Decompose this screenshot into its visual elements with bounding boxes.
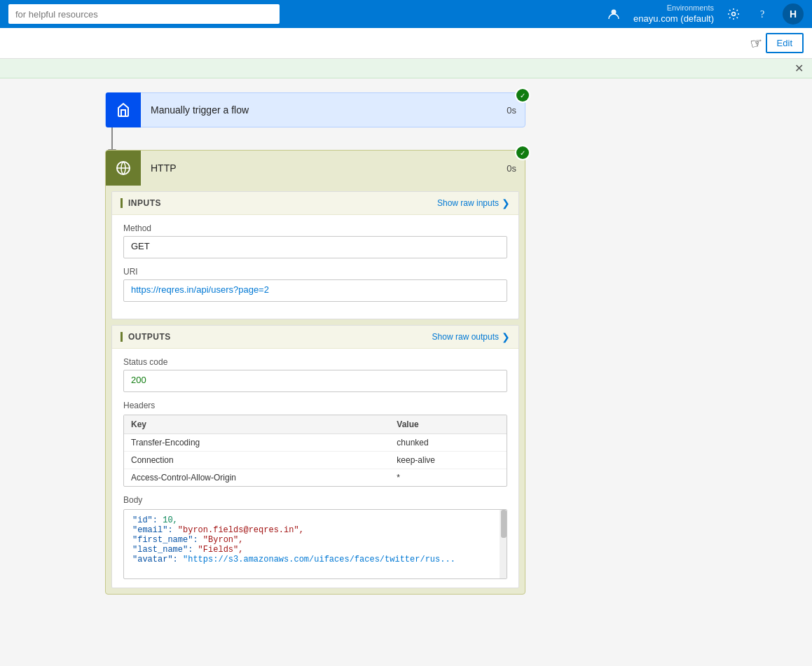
headers-table: Key Value Transfer-EncodingchunkedConnec… [124, 415, 507, 486]
search-input[interactable] [8, 4, 280, 24]
avatar: H [783, 4, 804, 25]
show-raw-inputs-link[interactable]: Show raw inputs ❯ [437, 197, 510, 209]
inputs-panel: INPUTS Show raw inputs ❯ Method GET URI … [111, 191, 519, 319]
trigger-node[interactable]: Manually trigger a flow 0s ✓ [105, 92, 525, 127]
outputs-title: OUTPUTS [121, 332, 171, 342]
inputs-body: Method GET URI https://reqres.in/api/use… [112, 215, 518, 319]
svg-point-1 [732, 13, 736, 16]
table-row: Connectionkeep-alive [124, 452, 507, 469]
edit-bar: ☞ Edit [0, 28, 812, 59]
uri-label: URI [123, 267, 507, 277]
http-success-badge: ✓ [515, 145, 530, 160]
flow-container: Manually trigger a flow 0s ✓ [98, 92, 532, 595]
trigger-check-icon: ✓ [516, 89, 529, 102]
headers-table-wrap[interactable]: Key Value Transfer-EncodingchunkedConnec… [123, 415, 507, 487]
canvas: Manually trigger a flow 0s ✓ [0, 78, 812, 666]
table-row: Transfer-Encodingchunked [124, 434, 507, 452]
http-icon [106, 151, 141, 186]
http-time: 0s [498, 163, 525, 174]
status-bar: ✕ [0, 59, 812, 78]
http-node[interactable]: HTTP 0s ✓ INPUTS Show raw inputs ❯ Metho… [105, 150, 525, 595]
close-icon[interactable]: ✕ [794, 62, 804, 75]
header-key: Transfer-Encoding [124, 434, 390, 452]
trigger-label: Manually trigger a flow [141, 104, 498, 116]
http-check-icon: ✓ [516, 146, 529, 159]
body-label: Body [123, 495, 507, 505]
show-raw-outputs-label: Show raw outputs [432, 332, 499, 342]
http-label: HTTP [141, 162, 498, 174]
env-name: enayu.com (default) [633, 13, 714, 25]
headers-label: Headers [123, 401, 507, 410]
outputs-body: Status code 200 Headers Key Value [112, 349, 518, 588]
environment-info: Environments enayu.com (default) [633, 3, 714, 25]
environments-label: Environments [633, 3, 714, 13]
header-value: * [390, 469, 507, 487]
http-header: HTTP 0s ✓ [106, 151, 525, 186]
table-row: Access-Control-Allow-Origin* [124, 469, 507, 487]
header-value: chunked [390, 434, 507, 452]
header-key: Access-Control-Allow-Origin [124, 469, 390, 487]
svg-text:?: ? [760, 9, 764, 20]
trigger-time: 0s [498, 105, 525, 116]
header-value: keep-alive [390, 452, 507, 469]
status-code-value: 200 [123, 370, 507, 392]
user-settings-icon[interactable] [604, 4, 624, 24]
chevron-right-icon: ❯ [502, 197, 510, 209]
cursor-icon: ☞ [749, 34, 764, 53]
header-key: Connection [124, 452, 390, 469]
body-content[interactable]: "id": 10, "email": "byron.fields@reqres.… [123, 509, 507, 579]
inputs-panel-header: INPUTS Show raw inputs ❯ [112, 192, 518, 215]
method-label: Method [123, 223, 507, 233]
headers-col-value: Value [390, 415, 507, 434]
scrollbar-thumb[interactable] [501, 510, 507, 538]
inputs-title: INPUTS [121, 198, 161, 208]
show-raw-outputs-link[interactable]: Show raw outputs ❯ [432, 331, 510, 342]
chevron-right-outputs-icon: ❯ [502, 331, 510, 342]
outputs-panel: OUTPUTS Show raw outputs ❯ Status code 2… [111, 325, 519, 588]
top-bar-right: Environments enayu.com (default) ? H [604, 3, 804, 25]
help-icon[interactable]: ? [753, 4, 773, 24]
show-raw-inputs-label: Show raw inputs [437, 198, 499, 208]
status-code-label: Status code [123, 357, 507, 367]
trigger-success-badge: ✓ [515, 88, 530, 103]
headers-col-key: Key [124, 415, 390, 434]
settings-icon[interactable] [724, 4, 743, 24]
edit-label: Edit [777, 38, 792, 48]
method-value: GET [123, 236, 507, 258]
trigger-icon [106, 92, 141, 127]
top-bar: Environments enayu.com (default) ? H [0, 0, 812, 28]
edit-button[interactable]: Edit [766, 33, 804, 53]
outputs-panel-header: OUTPUTS Show raw outputs ❯ [112, 326, 518, 349]
scrollbar-track [500, 510, 507, 578]
uri-value: https://reqres.in/api/users?page=2 [123, 279, 507, 302]
